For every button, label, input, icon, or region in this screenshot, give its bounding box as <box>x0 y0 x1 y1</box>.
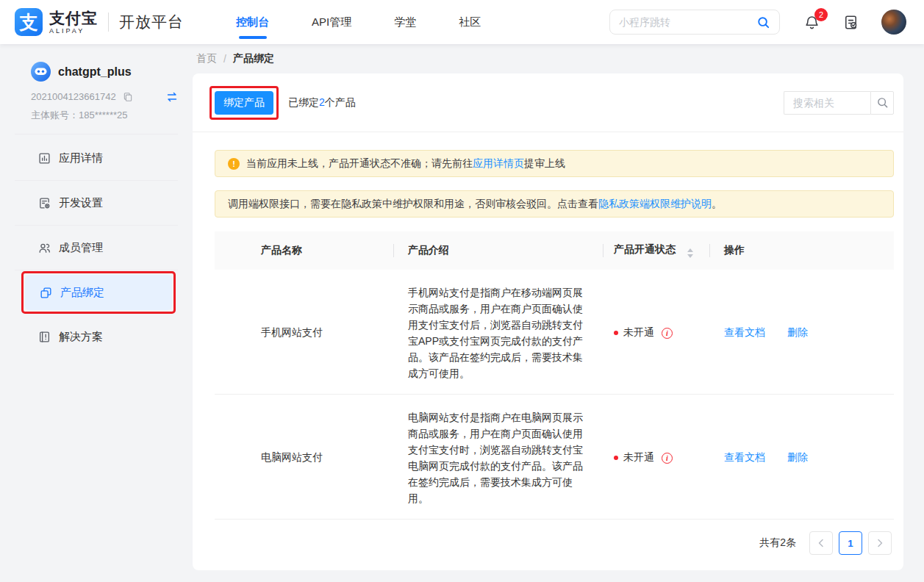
status-info-icon[interactable] <box>662 328 673 339</box>
card-header: 绑定产品 已绑定2个产品 <box>193 73 903 132</box>
breadcrumb-current: 产品绑定 <box>233 52 274 65</box>
notifications-button[interactable]: 2 <box>803 14 820 31</box>
status-dot <box>614 331 618 335</box>
sidebar-item-label: 成员管理 <box>59 241 103 255</box>
header-icons: 2 <box>803 10 906 35</box>
product-description: 手机网站支付是指商户在移动端网页展示商品或服务，用户在商户页面确认使用支付宝支付… <box>393 284 603 381</box>
table-header: 产品名称 产品介绍 产品开通状态 操作 <box>215 231 894 270</box>
bind-product-button-label: 绑定产品 <box>223 96 265 108</box>
product-description: 电脑网站支付是指商户在电脑网页展示商品或服务，用户在商户页面确认使用支付宝支付时… <box>393 409 603 506</box>
notification-badge: 2 <box>814 8 828 21</box>
breadcrumb: 首页 / 产品绑定 <box>193 44 903 73</box>
sidebar-menu: 应用详情 开发设置 <box>15 136 178 359</box>
copy-icon[interactable] <box>123 92 133 102</box>
clipboard-check-icon <box>842 14 859 31</box>
sort-asc-icon <box>687 248 693 252</box>
table-search-button[interactable] <box>870 91 894 115</box>
alert-link-app-detail[interactable]: 应用详情页 <box>473 157 524 170</box>
sidebar-item-product-binding[interactable]: 产品绑定 <box>25 275 172 310</box>
delete-link[interactable]: 删除 <box>787 451 808 464</box>
account-info: chatgpt_plus 2021004123661742 主体账 <box>0 62 193 122</box>
nav-console[interactable]: 控制台 <box>215 0 290 44</box>
row-actions: 查看文档 删除 <box>709 451 894 464</box>
alert-privacy-policy: 调用端权限接口，需要在隐私政策中维护权限和用途，否则审核会驳回。点击查看隐私政策… <box>215 190 894 218</box>
app-name: chatgpt_plus <box>58 65 132 79</box>
alert-text: 调用端权限接口，需要在隐私政策中维护权限和用途，否则审核会驳回。点击查看 <box>228 198 598 211</box>
view-doc-link[interactable]: 查看文档 <box>724 326 765 340</box>
table-row: 电脑网站支付 电脑网站支付是指商户在电脑网页展示商品或服务，用户在商户页面确认使… <box>215 395 894 520</box>
platform-title: 开放平台 <box>119 12 184 32</box>
account-holder: 主体账号：185******25 <box>31 109 178 122</box>
product-table: 产品名称 产品介绍 产品开通状态 操作 手机网站支付 手机网站支付是指商户在移动… <box>215 231 894 520</box>
sidebar-item-app-detail[interactable]: 应用详情 <box>15 136 178 180</box>
chevron-right-icon <box>876 539 884 547</box>
switch-app-icon[interactable] <box>166 92 178 102</box>
product-status: 未开通 <box>603 326 709 340</box>
pagination-prev-button[interactable] <box>809 531 833 555</box>
view-doc-link[interactable]: 查看文档 <box>724 451 765 464</box>
table-search <box>784 91 894 115</box>
sidebar-item-dev-settings[interactable]: 开发设置 <box>15 181 178 225</box>
solutions-icon <box>38 331 51 343</box>
menu-divider <box>15 270 178 270</box>
pagination-next-button[interactable] <box>868 531 892 555</box>
status-info-icon[interactable] <box>662 453 673 464</box>
header-divider <box>108 12 109 32</box>
pagination-total: 共有2条 <box>759 536 796 550</box>
bound-count: 2 <box>319 96 325 108</box>
search-icon <box>876 96 889 109</box>
sidebar-item-members[interactable]: 成员管理 <box>15 226 178 270</box>
alert-text: 提审上线 <box>524 157 565 170</box>
alipay-logo-icon: 支 <box>15 8 43 36</box>
main-content: 首页 / 产品绑定 绑定产品 已绑定2个产品 <box>193 44 903 582</box>
product-status: 未开通 <box>603 451 709 464</box>
alert-text: 当前应用未上线，产品开通状态不准确；请先前往 <box>246 157 473 170</box>
header-product-name: 产品名称 <box>215 244 393 257</box>
nav-community[interactable]: 社区 <box>437 0 502 44</box>
bind-product-button[interactable]: 绑定产品 <box>215 91 273 115</box>
sidebar-item-label: 产品绑定 <box>60 286 104 300</box>
sidebar-item-solutions[interactable]: 解决方案 <box>15 315 178 359</box>
nav-api-management[interactable]: API管理 <box>290 0 373 44</box>
pagination-page-1[interactable]: 1 <box>839 531 862 555</box>
user-avatar[interactable] <box>881 10 906 35</box>
sidebar-item-label: 解决方案 <box>59 330 103 344</box>
bound-suffix: 个产品 <box>325 96 356 108</box>
product-name: 手机网站支付 <box>215 326 393 340</box>
header-product-status: 产品开通状态 <box>603 243 709 258</box>
table-search-input[interactable] <box>784 91 870 115</box>
search-icon[interactable] <box>756 15 770 29</box>
product-binding-card: 绑定产品 已绑定2个产品 <box>193 73 903 570</box>
delete-link[interactable]: 删除 <box>787 326 808 340</box>
alipay-logo[interactable]: 支 支付宝 ALIPAY <box>15 8 98 36</box>
product-name: 电脑网站支付 <box>215 451 393 464</box>
row-actions: 查看文档 删除 <box>709 326 894 340</box>
header-search[interactable] <box>609 10 780 35</box>
breadcrumb-separator: / <box>223 53 226 65</box>
alert-link-privacy-doc[interactable]: 隐私政策端权限维护说明 <box>598 198 712 211</box>
brand-name-en: ALIPAY <box>49 28 98 35</box>
header-actions: 操作 <box>709 244 894 257</box>
sidebar-divider <box>15 134 178 134</box>
breadcrumb-home[interactable]: 首页 <box>196 52 217 65</box>
sort-desc-icon <box>687 254 693 258</box>
pagination: 共有2条 1 <box>215 531 894 555</box>
product-binding-icon <box>40 287 52 299</box>
tasks-button[interactable] <box>842 14 859 31</box>
top-header: 支 支付宝 ALIPAY 开放平台 控制台 API管理 学堂 社区 <box>0 0 924 44</box>
nav-academy[interactable]: 学堂 <box>373 0 437 44</box>
pagination-current-page: 1 <box>848 538 853 549</box>
members-icon <box>38 242 51 254</box>
top-nav: 控制台 API管理 学堂 社区 <box>215 0 502 44</box>
sort-control[interactable] <box>687 248 693 258</box>
chevron-left-icon <box>817 539 825 547</box>
header-search-input[interactable] <box>619 16 756 28</box>
dev-settings-icon <box>38 197 51 209</box>
warning-icon <box>228 158 240 170</box>
alert-text: 。 <box>712 198 722 211</box>
status-text: 未开通 <box>623 451 654 464</box>
table-row: 手机网站支付 手机网站支付是指商户在移动端网页展示商品或服务，用户在商户页面确认… <box>215 270 894 395</box>
sidebar-item-label: 开发设置 <box>59 196 103 210</box>
app-detail-icon <box>38 152 51 165</box>
brand-name: 支付宝 <box>49 10 98 26</box>
